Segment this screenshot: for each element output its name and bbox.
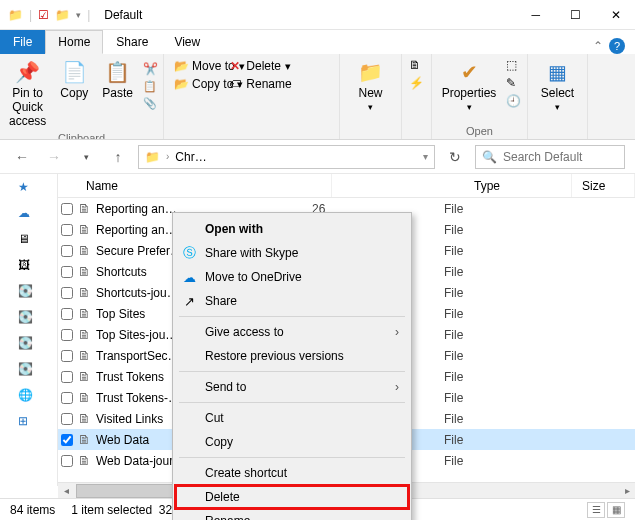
file-type: File [444,244,552,258]
easyaccess-icon[interactable]: ⚡ [409,76,424,90]
thispc-icon[interactable]: 🖥 [18,232,40,248]
select-button[interactable]: ▦Select▾ [537,58,578,114]
pin-button[interactable]: 📌Pin to Quick access [5,58,50,130]
ctx-access[interactable]: Give access to› [175,320,409,344]
row-checkbox[interactable] [61,413,73,425]
ctx-share[interactable]: ↗Share [175,289,409,313]
row-checkbox[interactable] [61,308,73,320]
quickaccess-icon[interactable]: ★ [18,180,40,196]
file-icon: 🗎 [76,264,92,279]
ctx-rename[interactable]: Rename [175,509,409,520]
moveto-icon: 📂 [174,59,188,73]
ctx-skype[interactable]: ⓈShare with Skype [175,241,409,265]
ctx-onedrive[interactable]: ☁Move to OneDrive [175,265,409,289]
network-icon[interactable]: 🌐 [18,388,40,404]
paste-icon: 📋 [105,60,130,84]
ctx-cut[interactable]: Cut [175,406,409,430]
copypath-icon[interactable]: 📋 [143,80,158,93]
view-large-button[interactable]: ▦ [607,502,625,518]
drive-icon[interactable]: 💽 [18,336,40,352]
column-headers[interactable]: Name Date modified Type Size [58,174,635,198]
drive-icon[interactable]: 💽 [18,362,40,378]
help-icon[interactable]: ? [609,38,625,54]
recent-dropdown[interactable]: ▾ [74,145,98,169]
row-checkbox[interactable] [61,224,73,236]
row-checkbox[interactable] [61,245,73,257]
context-menu: Open with ⓈShare with Skype ☁Move to One… [172,212,412,520]
chevron-right-icon: › [395,325,399,339]
tab-home[interactable]: Home [45,30,103,54]
open-icon[interactable]: ⬚ [506,58,521,72]
tab-share[interactable]: Share [103,30,161,54]
chevron-up-icon[interactable]: ⌃ [593,39,603,53]
ctx-delete[interactable]: Delete [175,485,409,509]
rename-button[interactable]: 🏷Rename [226,76,293,92]
row-checkbox[interactable] [61,266,73,278]
tab-file[interactable]: File [0,30,45,54]
dropdown-icon[interactable]: ▾ [76,10,81,20]
window-title: Default [104,8,142,22]
new-button[interactable]: 📁New▾ [354,58,387,114]
share-icon: ↗ [181,293,197,309]
row-checkbox[interactable] [61,203,73,215]
col-name[interactable]: Name [76,174,332,197]
folder-icon: 📁 [55,8,70,22]
address-box[interactable]: 📁 › Chr… ▾ [138,145,435,169]
onedrive-icon[interactable]: ☁ [18,206,40,222]
row-checkbox[interactable] [61,392,73,404]
refresh-button[interactable]: ↻ [443,145,467,169]
window-icon[interactable]: ⊞ [18,414,40,430]
row-checkbox[interactable] [61,371,73,383]
file-type: File [444,328,552,342]
pictures-icon[interactable]: 🖼 [18,258,40,274]
up-button[interactable]: ↑ [106,145,130,169]
pin-icon: 📌 [15,60,40,84]
checkbox-icon[interactable]: ☑ [38,8,49,22]
file-type: File [444,349,552,363]
file-type: File [444,370,552,384]
properties-button[interactable]: ✔Properties▾ [438,58,501,114]
row-checkbox[interactable] [61,434,73,446]
search-box[interactable]: 🔍 [475,145,625,169]
history-icon[interactable]: 🕘 [506,94,521,108]
ctx-restore[interactable]: Restore previous versions [175,344,409,368]
breadcrumb[interactable]: Chr… [175,150,206,164]
ctx-shortcut[interactable]: Create shortcut [175,461,409,485]
minimize-button[interactable]: ─ [525,4,546,26]
file-type: File [444,286,552,300]
row-checkbox[interactable] [61,329,73,341]
drive-icon[interactable]: 💽 [18,310,40,326]
close-button[interactable]: ✕ [605,4,627,26]
copy-button[interactable]: 📄Copy [56,58,92,102]
ctx-sendto[interactable]: Send to› [175,375,409,399]
paste-button[interactable]: 📋Paste [98,58,137,102]
row-checkbox[interactable] [61,287,73,299]
tab-view[interactable]: View [161,30,213,54]
row-checkbox[interactable] [61,350,73,362]
nav-pane[interactable]: ★ ☁ 🖥 🖼 💽 💽 💽 💽 🌐 ⊞ [0,174,58,486]
col-type[interactable]: Type [464,174,572,197]
maximize-button[interactable]: ☐ [564,4,587,26]
delete-button[interactable]: ✕Delete ▾ [226,58,293,74]
chevron-down-icon[interactable]: ▾ [423,151,428,162]
search-input[interactable] [503,150,635,164]
scroll-left-icon[interactable]: ◂ [58,483,74,499]
ctx-openwith[interactable]: Open with [175,217,409,241]
back-button[interactable]: ← [10,145,34,169]
file-icon: 🗎 [76,348,92,363]
rename-icon: 🏷 [228,77,242,91]
col-size[interactable]: Size [572,174,635,197]
cut-icon[interactable]: ✂️ [143,62,158,76]
file-icon: 🗎 [76,201,92,216]
drive-icon[interactable]: 💽 [18,284,40,300]
forward-button[interactable]: → [42,145,66,169]
file-type: File [444,307,552,321]
view-details-button[interactable]: ☰ [587,502,605,518]
ctx-copy[interactable]: Copy [175,430,409,454]
row-checkbox[interactable] [61,455,73,467]
scroll-right-icon[interactable]: ▸ [619,483,635,499]
newitem-icon[interactable]: 🗎 [409,58,424,72]
edit-icon[interactable]: ✎ [506,76,521,90]
pasteshortcut-icon[interactable]: 📎 [143,97,158,110]
copy-icon: 📄 [62,60,87,84]
